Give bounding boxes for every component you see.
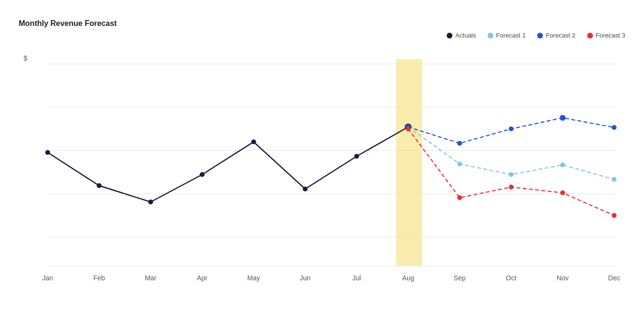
x-label-dec: Dec <box>608 274 620 282</box>
x-label-aug: Aug <box>402 274 414 282</box>
actuals-dot-mar <box>148 200 153 204</box>
forecast1-dot-sep <box>457 162 462 166</box>
legend-dot-forecast2 <box>537 33 543 38</box>
legend-label-forecast1: Forecast 1 <box>496 32 526 39</box>
chart-svg: Jan Feb Mar Apr May Jun Jul Aug Sep Oct … <box>19 45 625 285</box>
forecast1-dot-oct <box>509 172 514 177</box>
legend-label-forecast2: Forecast 2 <box>546 32 575 39</box>
actuals-line <box>48 127 408 202</box>
actuals-dot-jan <box>45 150 50 155</box>
legend: Actuals Forecast 1 Forecast 2 Forecast 3 <box>19 32 625 39</box>
highlight-band <box>396 59 422 266</box>
actuals-dot-feb <box>97 183 102 188</box>
actuals-dot-apr <box>200 172 205 177</box>
legend-forecast3: Forecast 3 <box>587 32 625 39</box>
chart-area: $ <box>19 45 625 285</box>
x-label-jan: Jan <box>42 274 53 282</box>
actuals-dot-jun <box>303 187 308 191</box>
legend-forecast2: Forecast 2 <box>537 32 575 39</box>
x-label-jun: Jun <box>300 274 311 282</box>
legend-dot-forecast3 <box>587 33 593 38</box>
forecast3-dot-aug <box>406 126 411 131</box>
forecast3-dot-oct <box>509 185 514 189</box>
legend-dot-forecast1 <box>488 33 493 38</box>
legend-label-forecast3: Forecast 3 <box>596 32 625 39</box>
legend-forecast1: Forecast 1 <box>488 32 526 39</box>
x-label-mar: Mar <box>145 274 156 282</box>
legend-dot-actuals <box>447 33 452 38</box>
forecast3-dot-dec <box>612 213 617 218</box>
forecast2-dot-sep <box>457 141 462 146</box>
legend-actuals: Actuals <box>447 32 476 39</box>
x-label-nov: Nov <box>557 274 569 282</box>
x-label-jul: Jul <box>352 274 361 282</box>
x-label-apr: Apr <box>197 274 207 282</box>
x-label-sep: Sep <box>454 274 466 282</box>
legend-label-actuals: Actuals <box>455 32 476 39</box>
x-label-oct: Oct <box>506 274 516 282</box>
forecast2-dot-oct <box>509 126 514 131</box>
forecast3-dot-sep <box>457 195 462 200</box>
forecast2-dot-nov <box>560 115 566 121</box>
forecast1-dot-dec <box>612 177 617 182</box>
forecast1-line <box>408 127 614 179</box>
x-label-feb: Feb <box>93 274 105 282</box>
y-axis-label: $ <box>24 54 27 62</box>
actuals-dot-jul <box>354 154 359 159</box>
x-label-may: May <box>247 274 260 282</box>
forecast2-dot-dec <box>612 125 617 130</box>
forecast1-dot-nov <box>560 163 565 167</box>
actuals-dot-may <box>251 139 256 144</box>
chart-title: Monthly Revenue Forecast <box>19 19 625 28</box>
chart-container: Monthly Revenue Forecast Actuals Forecas… <box>9 10 635 317</box>
forecast3-dot-nov <box>560 190 565 195</box>
